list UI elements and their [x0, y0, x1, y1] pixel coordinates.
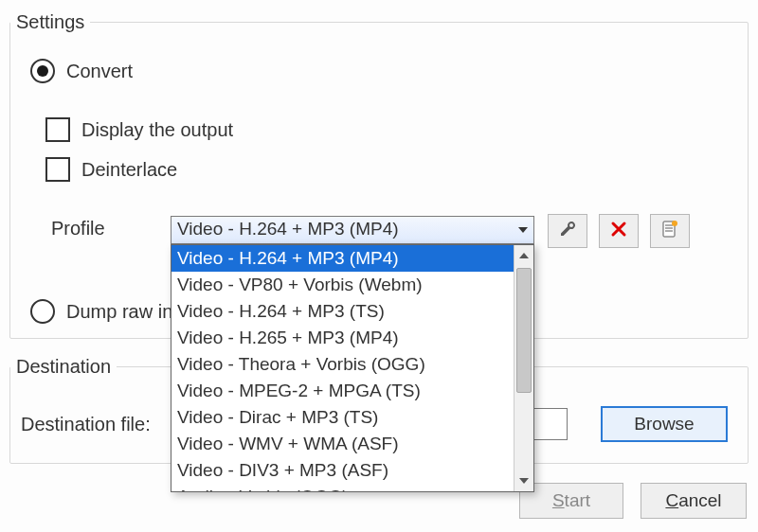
- dropdown-scrollbar[interactable]: [514, 245, 533, 491]
- dropdown-option[interactable]: Video - H.264 + MP3 (TS): [171, 298, 514, 325]
- new-profile-button[interactable]: [650, 214, 690, 248]
- profile-dropdown-list[interactable]: Video - H.264 + MP3 (MP4)Video - VP80 + …: [171, 244, 534, 492]
- scroll-up-button[interactable]: [514, 245, 533, 266]
- delete-icon: [610, 221, 627, 242]
- display-output-label: Display the output: [81, 119, 233, 141]
- dump-raw-radio[interactable]: [30, 299, 55, 324]
- start-button-label: Start: [552, 490, 590, 511]
- dropdown-option[interactable]: Video - H.264 + MP3 (MP4): [171, 245, 514, 272]
- display-output-checkbox[interactable]: [45, 117, 70, 142]
- dropdown-option[interactable]: Video - WMV + WMA (ASF): [171, 431, 514, 457]
- deinterlace-row: Deinterlace: [45, 157, 177, 182]
- edit-profile-button[interactable]: [548, 214, 587, 248]
- cancel-button[interactable]: Cancel: [641, 483, 747, 519]
- dump-raw-radio-row: Dump raw in: [30, 299, 172, 324]
- browse-button[interactable]: Browse: [601, 406, 728, 442]
- new-document-icon: [660, 220, 679, 243]
- profile-selected-value: Video - H.264 + MP3 (MP4): [177, 219, 399, 239]
- dropdown-option[interactable]: Video - Dirac + MP3 (TS): [171, 404, 514, 431]
- scroll-thumb[interactable]: [516, 268, 532, 393]
- deinterlace-label: Deinterlace: [81, 159, 177, 181]
- browse-button-label: Browse: [634, 414, 694, 434]
- convert-radio-row: Convert: [30, 59, 133, 83]
- dropdown-option[interactable]: Video - H.265 + MP3 (MP4): [171, 325, 514, 351]
- convert-dialog: Settings Convert Display the output Dein…: [0, 0, 758, 532]
- dropdown-option[interactable]: Video - VP80 + Vorbis (Webm): [171, 272, 514, 298]
- dropdown-items-container: Video - H.264 + MP3 (MP4)Video - VP80 + …: [171, 245, 514, 491]
- svg-point-1: [672, 221, 677, 226]
- dropdown-option[interactable]: Video - DIV3 + MP3 (ASF): [171, 457, 514, 484]
- display-output-row: Display the output: [45, 117, 233, 142]
- convert-label: Convert: [66, 61, 133, 82]
- dropdown-option[interactable]: Video - MPEG-2 + MPGA (TS): [171, 378, 514, 404]
- destination-legend: Destination: [10, 356, 117, 378]
- profile-combobox[interactable]: Video - H.264 + MP3 (MP4): [171, 216, 534, 244]
- convert-radio[interactable]: [30, 59, 55, 83]
- dump-raw-label: Dump raw in: [66, 301, 172, 323]
- chevron-down-icon: [513, 217, 533, 243]
- scroll-down-button[interactable]: [514, 470, 533, 491]
- start-button[interactable]: Start: [519, 483, 623, 519]
- cancel-button-label: Cancel: [665, 490, 721, 511]
- delete-profile-button[interactable]: [599, 214, 639, 248]
- dropdown-option[interactable]: Audio - Vorbis (OGG): [171, 484, 514, 491]
- profile-label: Profile: [51, 218, 105, 239]
- wrench-icon: [558, 220, 577, 243]
- deinterlace-checkbox[interactable]: [45, 157, 70, 182]
- destination-file-label: Destination file:: [21, 414, 151, 435]
- dropdown-option[interactable]: Video - Theora + Vorbis (OGG): [171, 351, 514, 378]
- settings-legend: Settings: [10, 11, 90, 33]
